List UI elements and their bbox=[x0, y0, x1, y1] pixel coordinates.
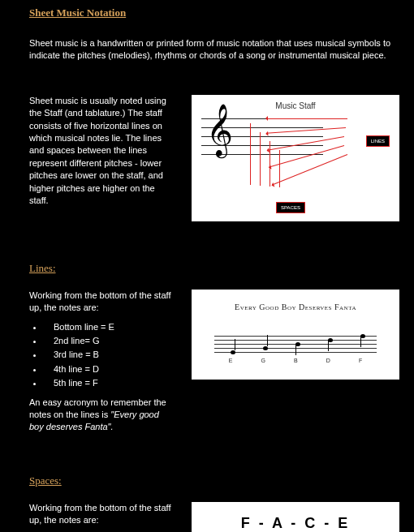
page-title: Sheet Music Notation bbox=[29, 6, 399, 19]
section-staff: Sheet music is usually noted using the S… bbox=[29, 95, 399, 221]
lines-list: Bottom line = E 2nd line= G 3rd line = B… bbox=[29, 321, 175, 390]
section-spaces: Spaces: Working from the bottom of the s… bbox=[29, 474, 399, 532]
staff-description: Sheet music is usually noted using the S… bbox=[29, 95, 175, 208]
lines-mnemonic: An easy acronym to remember the notes on… bbox=[29, 397, 175, 434]
lines-tag: LINES bbox=[366, 135, 390, 147]
egbdf-title: Every Good Boy Deserves Fanta bbox=[201, 302, 390, 311]
list-item: 2nd line= G bbox=[44, 335, 175, 347]
spaces-tag: SPACES bbox=[276, 202, 305, 213]
lines-intro: Working from the bottom of the staff up,… bbox=[29, 290, 175, 315]
list-item: 3rd line = B bbox=[44, 349, 175, 361]
lines-heading: Lines: bbox=[29, 262, 399, 275]
spaces-intro: Working from the bottom of the staff up,… bbox=[29, 502, 175, 527]
staff-figure: Music Staff 𝄞 LINES S bbox=[192, 95, 399, 221]
treble-clef-icon: 𝄞 bbox=[206, 107, 233, 152]
list-item: 5th line = F bbox=[44, 377, 175, 389]
spaces-heading: Spaces: bbox=[29, 474, 399, 487]
face-title: F - A - C - E bbox=[201, 515, 390, 532]
egbdf-legend: EGBDF bbox=[214, 358, 377, 363]
list-item: 4th line = D bbox=[44, 363, 175, 375]
face-figure: F - A - C - E FACE bbox=[192, 502, 399, 532]
intro-text: Sheet music is a handwritten or printed … bbox=[29, 37, 399, 62]
section-lines: Lines: Working from the bottom of the st… bbox=[29, 262, 399, 434]
egbdf-figure: Every Good Boy Deserves Fanta EGBDF bbox=[192, 290, 399, 380]
list-item: Bottom line = E bbox=[44, 321, 175, 333]
